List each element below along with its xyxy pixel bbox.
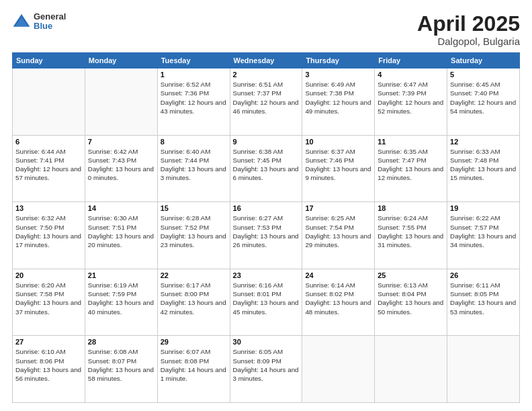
logo-blue-text: Blue — [34, 21, 66, 31]
calendar-cell: 13Sunrise: 6:32 AM Sunset: 7:50 PM Dayli… — [13, 202, 85, 269]
day-number: 5 — [450, 71, 517, 79]
calendar-cell: 15Sunrise: 6:28 AM Sunset: 7:52 PM Dayli… — [157, 202, 230, 269]
day-info: Sunrise: 6:44 AM Sunset: 7:41 PM Dayligh… — [15, 147, 82, 183]
calendar-cell: 25Sunrise: 6:13 AM Sunset: 8:04 PM Dayli… — [375, 269, 447, 336]
day-number: 11 — [378, 138, 444, 146]
calendar-cell: 1Sunrise: 6:52 AM Sunset: 7:36 PM Daylig… — [157, 68, 230, 136]
calendar-week-row: 20Sunrise: 6:20 AM Sunset: 7:58 PM Dayli… — [13, 269, 520, 336]
calendar-cell: 7Sunrise: 6:42 AM Sunset: 7:43 PM Daylig… — [85, 135, 157, 202]
day-info: Sunrise: 6:27 AM Sunset: 7:53 PM Dayligh… — [233, 214, 300, 249]
calendar-cell: 19Sunrise: 6:22 AM Sunset: 7:57 PM Dayli… — [447, 202, 520, 269]
calendar-cell: 6Sunrise: 6:44 AM Sunset: 7:41 PM Daylig… — [13, 135, 85, 202]
day-info: Sunrise: 6:11 AM Sunset: 8:05 PM Dayligh… — [450, 281, 517, 316]
weekday-header: Wednesday — [230, 53, 302, 68]
day-info: Sunrise: 6:07 AM Sunset: 8:08 PM Dayligh… — [161, 347, 227, 383]
day-number: 14 — [88, 204, 154, 212]
day-info: Sunrise: 6:45 AM Sunset: 7:40 PM Dayligh… — [450, 80, 517, 116]
day-info: Sunrise: 6:10 AM Sunset: 8:06 PM Dayligh… — [15, 347, 82, 383]
day-info: Sunrise: 6:22 AM Sunset: 7:57 PM Dayligh… — [450, 214, 517, 249]
day-number: 10 — [305, 138, 371, 146]
calendar-cell: 18Sunrise: 6:24 AM Sunset: 7:55 PM Dayli… — [375, 202, 447, 269]
day-number: 24 — [305, 271, 371, 279]
title-month: April 2025 — [417, 12, 520, 36]
day-number: 7 — [88, 138, 154, 146]
calendar-table: SundayMondayTuesdayWednesdayThursdayFrid… — [12, 52, 520, 403]
day-number: 22 — [161, 271, 227, 279]
calendar-cell — [85, 68, 157, 136]
header: General Blue April 2025 Dalgopol, Bulgar… — [12, 12, 520, 47]
calendar-cell: 12Sunrise: 6:33 AM Sunset: 7:48 PM Dayli… — [447, 135, 520, 202]
logo-text: General Blue — [34, 12, 66, 32]
calendar-header-row: SundayMondayTuesdayWednesdayThursdayFrid… — [13, 53, 520, 68]
calendar-cell — [375, 336, 447, 403]
day-info: Sunrise: 6:28 AM Sunset: 7:52 PM Dayligh… — [161, 214, 227, 249]
day-number: 13 — [15, 204, 82, 212]
calendar-week-row: 6Sunrise: 6:44 AM Sunset: 7:41 PM Daylig… — [13, 135, 520, 202]
calendar-cell: 2Sunrise: 6:51 AM Sunset: 7:37 PM Daylig… — [230, 68, 302, 136]
day-number: 16 — [233, 204, 300, 212]
day-number: 9 — [233, 138, 300, 146]
calendar-cell: 22Sunrise: 6:17 AM Sunset: 8:00 PM Dayli… — [157, 269, 230, 336]
day-number: 6 — [15, 138, 82, 146]
day-info: Sunrise: 6:19 AM Sunset: 7:59 PM Dayligh… — [88, 281, 154, 316]
title-block: April 2025 Dalgopol, Bulgaria — [417, 12, 520, 47]
day-info: Sunrise: 6:33 AM Sunset: 7:48 PM Dayligh… — [450, 147, 517, 183]
day-number: 30 — [233, 338, 300, 346]
day-number: 23 — [233, 271, 300, 279]
day-number: 8 — [161, 138, 227, 146]
calendar-cell: 28Sunrise: 6:08 AM Sunset: 8:07 PM Dayli… — [85, 336, 157, 403]
day-info: Sunrise: 6:38 AM Sunset: 7:45 PM Dayligh… — [233, 147, 300, 183]
calendar-cell — [13, 68, 85, 136]
calendar-cell: 11Sunrise: 6:35 AM Sunset: 7:47 PM Dayli… — [375, 135, 447, 202]
day-number: 3 — [305, 71, 371, 79]
calendar-week-row: 1Sunrise: 6:52 AM Sunset: 7:36 PM Daylig… — [13, 68, 520, 136]
title-location: Dalgopol, Bulgaria — [417, 36, 520, 47]
day-number: 21 — [88, 271, 154, 279]
calendar-cell: 10Sunrise: 6:37 AM Sunset: 7:46 PM Dayli… — [302, 135, 375, 202]
calendar-week-row: 13Sunrise: 6:32 AM Sunset: 7:50 PM Dayli… — [13, 202, 520, 269]
logo-general-text: General — [34, 12, 66, 21]
page: General Blue April 2025 Dalgopol, Bulgar… — [0, 0, 532, 411]
calendar-cell: 5Sunrise: 6:45 AM Sunset: 7:40 PM Daylig… — [447, 68, 520, 136]
calendar-week-row: 27Sunrise: 6:10 AM Sunset: 8:06 PM Dayli… — [13, 336, 520, 403]
day-number: 15 — [161, 204, 227, 212]
logo: General Blue — [12, 12, 66, 32]
day-info: Sunrise: 6:05 AM Sunset: 8:09 PM Dayligh… — [233, 347, 300, 383]
calendar-cell: 17Sunrise: 6:25 AM Sunset: 7:54 PM Dayli… — [302, 202, 375, 269]
day-number: 12 — [450, 138, 517, 146]
weekday-header: Thursday — [302, 53, 375, 68]
day-info: Sunrise: 6:32 AM Sunset: 7:50 PM Dayligh… — [15, 214, 82, 249]
calendar-cell: 9Sunrise: 6:38 AM Sunset: 7:45 PM Daylig… — [230, 135, 302, 202]
day-number: 27 — [15, 338, 82, 346]
calendar-cell: 26Sunrise: 6:11 AM Sunset: 8:05 PM Dayli… — [447, 269, 520, 336]
day-info: Sunrise: 6:52 AM Sunset: 7:36 PM Dayligh… — [161, 80, 227, 116]
day-number: 18 — [378, 204, 444, 212]
day-info: Sunrise: 6:30 AM Sunset: 7:51 PM Dayligh… — [88, 214, 154, 249]
day-info: Sunrise: 6:16 AM Sunset: 8:01 PM Dayligh… — [233, 281, 300, 316]
calendar-cell: 23Sunrise: 6:16 AM Sunset: 8:01 PM Dayli… — [230, 269, 302, 336]
day-info: Sunrise: 6:49 AM Sunset: 7:38 PM Dayligh… — [305, 80, 371, 116]
day-info: Sunrise: 6:13 AM Sunset: 8:04 PM Dayligh… — [378, 281, 444, 316]
day-info: Sunrise: 6:42 AM Sunset: 7:43 PM Dayligh… — [88, 147, 154, 183]
calendar-cell: 4Sunrise: 6:47 AM Sunset: 7:39 PM Daylig… — [375, 68, 447, 136]
day-number: 1 — [161, 71, 227, 79]
day-info: Sunrise: 6:51 AM Sunset: 7:37 PM Dayligh… — [233, 80, 300, 116]
weekday-header: Friday — [375, 53, 447, 68]
day-info: Sunrise: 6:35 AM Sunset: 7:47 PM Dayligh… — [378, 147, 444, 183]
day-number: 19 — [450, 204, 517, 212]
day-info: Sunrise: 6:40 AM Sunset: 7:44 PM Dayligh… — [161, 147, 227, 183]
calendar-cell: 3Sunrise: 6:49 AM Sunset: 7:38 PM Daylig… — [302, 68, 375, 136]
day-number: 4 — [378, 71, 444, 79]
calendar-cell: 24Sunrise: 6:14 AM Sunset: 8:02 PM Dayli… — [302, 269, 375, 336]
day-number: 20 — [15, 271, 82, 279]
calendar-cell: 29Sunrise: 6:07 AM Sunset: 8:08 PM Dayli… — [157, 336, 230, 403]
day-info: Sunrise: 6:14 AM Sunset: 8:02 PM Dayligh… — [305, 281, 371, 316]
day-info: Sunrise: 6:20 AM Sunset: 7:58 PM Dayligh… — [15, 281, 82, 316]
calendar-cell: 21Sunrise: 6:19 AM Sunset: 7:59 PM Dayli… — [85, 269, 157, 336]
day-info: Sunrise: 6:17 AM Sunset: 8:00 PM Dayligh… — [161, 281, 227, 316]
day-number: 26 — [450, 271, 517, 279]
weekday-header: Saturday — [447, 53, 520, 68]
logo-icon — [12, 12, 31, 31]
weekday-header: Sunday — [13, 53, 85, 68]
calendar-cell — [447, 336, 520, 403]
